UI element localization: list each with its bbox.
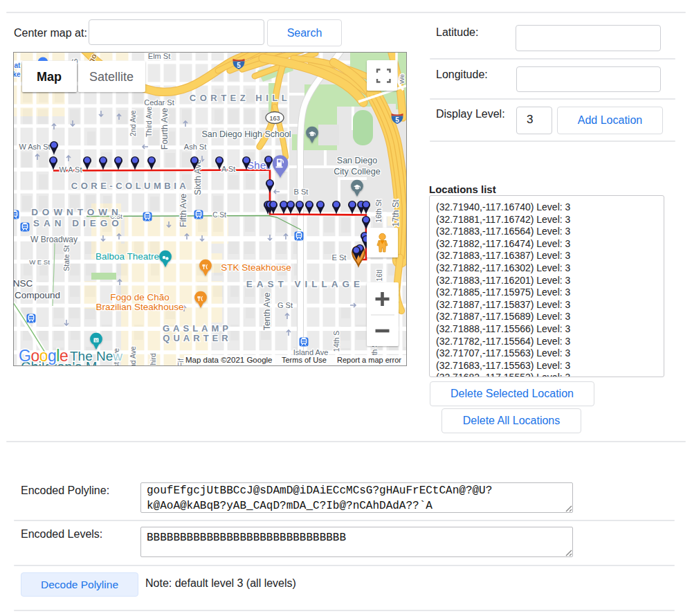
svg-text:G St: G St — [277, 301, 293, 309]
svg-text:Elm St: Elm St — [148, 53, 170, 60]
svg-text:Fourth Ave: Fourth Ave — [160, 108, 170, 150]
svg-text:Fogo de Chão: Fogo de Chão — [110, 292, 170, 302]
svg-text:Terms of Use: Terms of Use — [282, 356, 327, 364]
svg-text:Google: Google — [19, 347, 68, 365]
svg-text:W Broadway: W Broadway — [30, 235, 78, 244]
svg-text:17th St: 17th St — [391, 199, 401, 227]
svg-text:Map: Map — [37, 70, 62, 84]
svg-text:State St: State St — [62, 245, 71, 271]
svg-text:Compound: Compound — [15, 290, 60, 300]
svg-text:EAST VILLAGE: EAST VILLAGE — [246, 279, 364, 289]
svg-text:ke: ke — [14, 71, 21, 78]
svg-text:SAN DIEGO: SAN DIEGO — [33, 218, 123, 228]
svg-text:STK Steakhouse: STK Steakhouse — [221, 262, 291, 273]
svg-text:CORE-COLUMBIA: CORE-COLUMBIA — [71, 181, 189, 191]
svg-text:Third Ave: Third Ave — [145, 107, 153, 137]
svg-text:Ash St: Ash St — [184, 143, 206, 151]
svg-text:at: at — [15, 62, 21, 69]
svg-text:M: M — [95, 338, 98, 343]
svg-text:C St: C St — [212, 211, 226, 219]
svg-text:14th S: 14th S — [332, 331, 340, 352]
svg-text:QUARTER: QUARTER — [163, 333, 231, 343]
svg-text:Fifth Ave: Fifth Ave — [179, 194, 188, 227]
svg-text:Cedar St: Cedar St — [144, 98, 174, 107]
svg-text:Balboa Theatre: Balboa Theatre — [95, 251, 159, 262]
svg-text:San Diego High School: San Diego High School — [201, 129, 291, 139]
svg-text:Fif: Fif — [176, 359, 185, 365]
svg-text:Brazilian Steakhouse: Brazilian Steakhouse — [96, 302, 184, 312]
svg-text:DOWNTOWN: DOWNTOWN — [31, 207, 122, 217]
svg-text:Report a map error: Report a map error — [337, 356, 401, 364]
svg-text:Map data ©2021 Google: Map data ©2021 Google — [185, 356, 272, 364]
svg-text:NSC: NSC — [14, 278, 33, 289]
svg-text:W A St: W A St — [59, 165, 82, 174]
svg-text:E St: E St — [332, 253, 347, 262]
svg-text:W Ash St: W Ash St — [19, 143, 50, 151]
svg-text:Satellite: Satellite — [89, 70, 134, 84]
svg-text:San Diego: San Diego — [337, 156, 377, 165]
svg-text:W E St: W E St — [29, 258, 50, 266]
svg-text:163: 163 — [269, 115, 280, 122]
svg-text:2nd Ave: 2nd Ave — [129, 110, 137, 136]
svg-text:City College: City College — [334, 167, 380, 176]
svg-text:CORTEZ HILL: CORTEZ HILL — [190, 93, 291, 103]
svg-text:GASLAMP: GASLAMP — [163, 323, 232, 334]
svg-text:B St: B St — [294, 188, 309, 196]
svg-text:16tl: 16tl — [375, 270, 383, 282]
svg-text:A St: A St — [221, 165, 235, 173]
svg-text:16th St: 16th St — [374, 199, 383, 222]
svg-text:Tenth Ave: Tenth Ave — [262, 293, 272, 331]
svg-text:Third: Third — [149, 353, 157, 365]
svg-text:We: We — [398, 74, 406, 84]
svg-text:2nd Ave: 2nd Ave — [129, 346, 137, 365]
